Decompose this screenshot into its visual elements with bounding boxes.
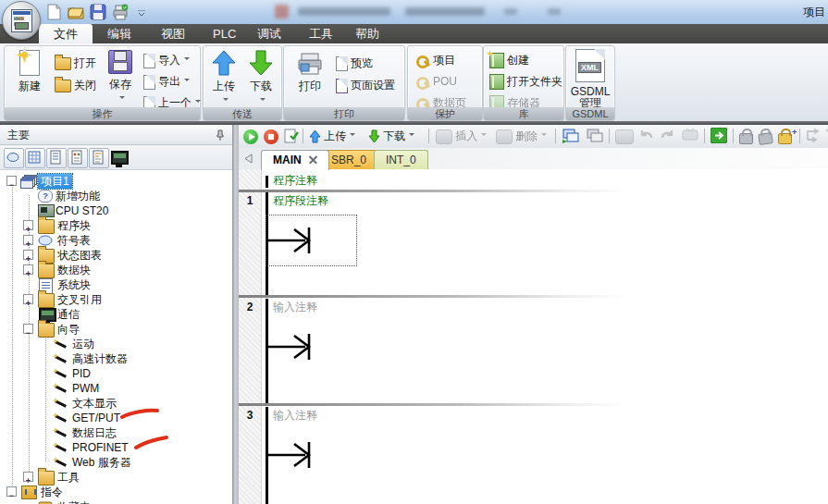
upload-dropdown-icon[interactable]	[223, 98, 229, 104]
menu-tab-file[interactable]: 文件	[39, 24, 93, 43]
group-label-gsdml: GSDML	[566, 107, 614, 120]
tree-item-program-block[interactable]: 程序块	[0, 218, 232, 233]
page-setup-button[interactable]: 页面设置	[336, 76, 395, 94]
previous-dropdown-icon[interactable]	[195, 100, 201, 105]
rung-arrow[interactable]	[266, 436, 327, 473]
tree-item-data-block[interactable]: 数据块	[0, 263, 232, 277]
view-system-block-button[interactable]	[68, 148, 88, 168]
view-cross-reference-button[interactable]	[89, 148, 109, 168]
tree-item-web-server[interactable]: Web 服务器	[0, 455, 232, 470]
new-button[interactable]: 新建	[8, 50, 51, 94]
tab-scroll-left-icon[interactable]	[244, 154, 253, 164]
run-button[interactable]	[243, 128, 258, 144]
quick-save-button[interactable]	[89, 3, 107, 21]
quick-print-button[interactable]	[111, 3, 130, 21]
open-button[interactable]: 打开	[55, 54, 96, 72]
tab-main[interactable]: MAIN	[261, 150, 329, 170]
network-comment[interactable]: 输入注释	[273, 300, 317, 315]
tree-item-project[interactable]: 项目1	[0, 174, 232, 189]
unlock-icon[interactable]	[759, 128, 772, 144]
upload-dropdown-icon[interactable]	[350, 133, 355, 139]
protect-project-button[interactable]: 项目	[415, 51, 455, 69]
import-dropdown-icon[interactable]	[184, 57, 190, 63]
menu-tab-edit[interactable]: 编辑	[93, 24, 146, 43]
menu-tab-debug[interactable]: 调试	[242, 24, 296, 43]
view-communication-button[interactable]	[110, 148, 129, 166]
upload-button[interactable]: 上传	[206, 50, 241, 107]
tree-item-pid[interactable]: PID	[0, 366, 232, 381]
pou-gray-button[interactable]	[586, 128, 604, 144]
menu-tab-help[interactable]: 帮助	[340, 24, 394, 43]
group-label-protect: 保护	[408, 107, 482, 120]
tree-item-cross-reference[interactable]: 交叉引用	[0, 292, 232, 307]
view-symbol-table-button[interactable]	[4, 148, 24, 168]
library-create-button[interactable]: 创建	[489, 51, 529, 69]
program-comment[interactable]: 程序注释	[273, 173, 317, 189]
download-button[interactable]: 下载	[243, 50, 278, 107]
lock-icon[interactable]	[739, 128, 753, 144]
expand-icon[interactable]	[23, 472, 33, 482]
tree-item-pwm[interactable]: PWM	[0, 381, 232, 396]
download-toolbar-button[interactable]: 下载	[368, 128, 414, 144]
import-button[interactable]: 导入	[143, 51, 190, 69]
expand-icon[interactable]	[23, 250, 33, 260]
view-status-chart-button[interactable]	[25, 148, 45, 168]
tree-item-instructions[interactable]: 指令	[0, 485, 232, 499]
go-button[interactable]	[711, 128, 727, 144]
tree-item-get-put[interactable]: GET/PUT	[0, 411, 232, 425]
tree-item-status-chart[interactable]: 状态图表	[0, 248, 232, 263]
tree-item-cpu[interactable]: CPU ST20	[0, 203, 232, 218]
expand-icon[interactable]	[23, 235, 33, 245]
quick-new-button[interactable]	[44, 3, 63, 21]
tree-item-text-display[interactable]: 文本显示	[0, 396, 232, 411]
tree-item-whats-new[interactable]: ? 新增功能	[0, 189, 232, 203]
preview-button[interactable]: 预览	[336, 54, 373, 72]
quick-access-overflow-icon[interactable]	[137, 7, 146, 20]
tree-item-motion[interactable]: 运动	[0, 337, 232, 351]
collapse-icon[interactable]	[23, 324, 33, 334]
pin-icon[interactable]	[216, 129, 225, 141]
ladder-canvas[interactable]: 程序注释 1 程序段注释 2 输入注释 3 输入注释	[239, 169, 828, 504]
tab-int0[interactable]: INT_0	[374, 150, 428, 170]
rung-arrow[interactable]	[266, 222, 327, 259]
stop-button[interactable]	[264, 128, 278, 144]
tree-item-profinet[interactable]: PROFINET	[0, 440, 232, 455]
save-dropdown-icon[interactable]	[119, 96, 125, 102]
tree-item-system-block[interactable]: 系统块	[0, 277, 232, 292]
export-dropdown-icon[interactable]	[184, 79, 190, 84]
menu-tab-view[interactable]: 视图	[146, 24, 200, 43]
expand-icon[interactable]	[23, 264, 33, 275]
view-data-block-button[interactable]	[46, 148, 67, 168]
download-dropdown-icon[interactable]	[260, 98, 266, 104]
tree-item-data-log[interactable]: 数据日志	[0, 425, 232, 440]
tree-item-high-speed-counter[interactable]: 高速计数器	[0, 351, 232, 366]
library-open-folder-button[interactable]: 打开文件夹	[489, 72, 562, 91]
close-tab-icon[interactable]	[309, 155, 317, 164]
rung-arrow[interactable]	[266, 328, 327, 365]
tree-item-wizard[interactable]: 向导	[0, 322, 232, 337]
upload-toolbar-button[interactable]: 上传	[309, 128, 355, 144]
tree-item-communication[interactable]: 通信	[0, 307, 232, 322]
tree-item-favorites[interactable]: 收藏夹	[0, 499, 232, 504]
expand-icon[interactable]	[23, 294, 33, 304]
tree-item-symbol-table[interactable]: 符号表	[0, 233, 232, 248]
save-button[interactable]: 保存	[101, 50, 140, 105]
network-comment[interactable]: 程序段注释	[273, 193, 328, 209]
network-comment[interactable]: 输入注释	[273, 408, 317, 424]
export-button[interactable]: 导出	[143, 72, 190, 91]
gsdml-manage-button[interactable]: XML GSDML管理	[569, 49, 612, 108]
expand-icon[interactable]	[23, 220, 33, 230]
download-dropdown-icon[interactable]	[409, 133, 414, 139]
project-icon	[20, 175, 37, 188]
close-button[interactable]: 关闭	[55, 76, 96, 94]
print-button[interactable]: 打印	[290, 52, 330, 94]
panel-splitter[interactable]	[232, 125, 239, 504]
collapse-icon[interactable]	[6, 176, 17, 186]
compile-button[interactable]	[284, 128, 299, 144]
lock-add-icon[interactable]: +	[778, 128, 797, 144]
application-button[interactable]: HHHHH	[2, 1, 41, 40]
quick-open-button[interactable]	[67, 3, 85, 21]
collapse-icon[interactable]	[6, 486, 17, 497]
tree-item-tools[interactable]: 工具	[0, 470, 232, 485]
pou-blue-button[interactable]	[562, 128, 580, 144]
